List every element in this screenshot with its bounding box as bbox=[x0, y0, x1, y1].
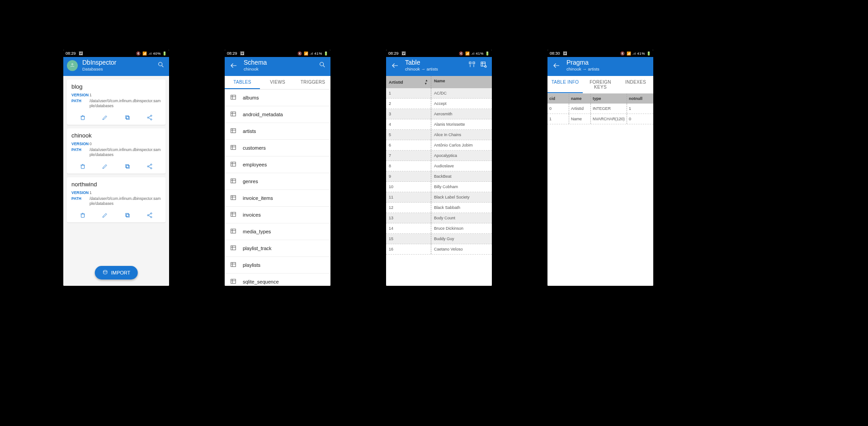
back-icon[interactable] bbox=[390, 60, 401, 71]
table-list-item[interactable]: artists bbox=[225, 123, 330, 140]
table-row[interactable]: 9BackBeat bbox=[386, 171, 492, 182]
status-bar: 08:29 🖼 🔇 📶 .ıl 40% 🔋 bbox=[63, 50, 169, 57]
table-name: employees bbox=[243, 162, 267, 167]
appbar-title: Schema bbox=[244, 59, 318, 66]
edit-icon[interactable] bbox=[100, 113, 109, 122]
screenshot-icon: 🖼 bbox=[240, 51, 244, 56]
table-list-item[interactable]: sqlite_sequence bbox=[225, 274, 330, 286]
cell-name: BackBeat bbox=[431, 171, 492, 181]
database-name: chinook bbox=[71, 132, 161, 139]
tab-foreign-keys[interactable]: FOREIGN KEYS bbox=[583, 76, 618, 93]
search-icon[interactable] bbox=[318, 60, 327, 69]
table-list-item[interactable]: invoice_items bbox=[225, 190, 330, 207]
table-row[interactable]: 14Bruce Dickinson bbox=[386, 223, 492, 234]
table-name: playlist_track bbox=[243, 246, 272, 251]
edit-icon[interactable] bbox=[100, 211, 109, 220]
svg-point-81 bbox=[485, 66, 486, 67]
cell-artistid: 7 bbox=[386, 151, 431, 161]
table-row[interactable]: 7Apocalyptica bbox=[386, 151, 492, 161]
table-list-item[interactable]: customers bbox=[225, 140, 330, 156]
search-icon[interactable] bbox=[156, 60, 165, 69]
filter-icon[interactable] bbox=[467, 60, 476, 69]
table-row[interactable]: 12Black Sabbath bbox=[386, 203, 492, 213]
pragma-icon[interactable] bbox=[479, 60, 488, 69]
column-header[interactable]: notnull bbox=[627, 94, 653, 104]
table-list-item[interactable]: genres bbox=[225, 173, 330, 190]
import-button[interactable]: IMPORT bbox=[95, 266, 138, 279]
copy-icon[interactable] bbox=[123, 162, 132, 171]
table-row[interactable]: 15Buddy Guy bbox=[386, 234, 492, 244]
delete-icon[interactable] bbox=[78, 113, 87, 122]
table-icon bbox=[230, 278, 237, 285]
column-header[interactable]: type bbox=[591, 94, 627, 104]
table-list-item[interactable]: media_types bbox=[225, 223, 330, 240]
svg-point-0 bbox=[72, 64, 73, 65]
table-icon bbox=[230, 94, 237, 101]
back-icon[interactable] bbox=[228, 60, 239, 71]
table-list-item[interactable]: playlist_track bbox=[225, 240, 330, 257]
database-card[interactable]: northwind VERSION1 PATH/data/user/0/com.… bbox=[67, 177, 165, 222]
path-label: PATH bbox=[71, 147, 90, 157]
table-icon bbox=[230, 194, 237, 202]
table-row[interactable]: 4Alanis Morissette bbox=[386, 119, 492, 130]
pragma-tabs: TABLE INFOFOREIGN KEYSINDEXES bbox=[547, 76, 653, 94]
tab-table-info[interactable]: TABLE INFO bbox=[547, 76, 583, 93]
back-icon[interactable] bbox=[551, 60, 562, 71]
svg-rect-40 bbox=[231, 112, 236, 116]
table-row[interactable]: 16Caetano Veloso bbox=[386, 244, 492, 255]
pragma-row[interactable]: 1NameNVARCHAR(120)0 bbox=[547, 114, 653, 124]
cell-artistid: 13 bbox=[386, 213, 431, 223]
share-icon[interactable] bbox=[145, 113, 154, 122]
table-row[interactable]: 5Alice In Chains bbox=[386, 130, 492, 140]
status-icons: 🔇 📶 .ıl 41% 🔋 bbox=[459, 52, 490, 56]
table-row[interactable]: 3Aerosmith bbox=[386, 109, 492, 119]
table-row[interactable]: 8Audioslave bbox=[386, 161, 492, 171]
table-list-item[interactable]: albums bbox=[225, 90, 330, 106]
table-row[interactable]: 10Billy Cobham bbox=[386, 182, 492, 192]
share-icon[interactable] bbox=[145, 162, 154, 171]
table-row[interactable]: 2Accept bbox=[386, 99, 492, 109]
svg-rect-27 bbox=[126, 213, 128, 216]
app-logo-icon bbox=[67, 60, 78, 71]
database-card[interactable]: chinook VERSION0 PATH/data/user/0/com.in… bbox=[67, 128, 165, 174]
column-header[interactable]: name bbox=[569, 94, 591, 104]
screen-body: albumsandroid_metadataartistscustomersem… bbox=[225, 90, 330, 286]
sort-asc-icon[interactable]: ▲▾ bbox=[425, 79, 428, 85]
cell-artistid: 10 bbox=[386, 182, 431, 192]
pragma-row[interactable]: 0ArtistIdINTEGER1 bbox=[547, 104, 653, 114]
table-list-item[interactable]: employees bbox=[225, 156, 330, 173]
cell-name: Alice In Chains bbox=[431, 130, 492, 140]
tab-triggers[interactable]: TRIGGERS bbox=[295, 76, 330, 89]
table-list-item[interactable]: playlists bbox=[225, 257, 330, 274]
svg-rect-49 bbox=[231, 162, 236, 166]
tab-tables[interactable]: TABLES bbox=[225, 76, 260, 89]
database-name: northwind bbox=[71, 181, 161, 188]
table-name: invoices bbox=[243, 212, 261, 218]
share-icon[interactable] bbox=[145, 211, 154, 220]
tab-views[interactable]: VIEWS bbox=[260, 76, 295, 89]
table-row[interactable]: 11Black Label Society bbox=[386, 192, 492, 203]
cell-artistid: 2 bbox=[386, 99, 431, 109]
svg-line-31 bbox=[149, 214, 151, 215]
column-header[interactable]: Name bbox=[431, 76, 492, 88]
table-list-item[interactable]: invoices bbox=[225, 207, 330, 223]
delete-icon[interactable] bbox=[78, 211, 87, 220]
column-header[interactable]: cid bbox=[547, 94, 569, 104]
delete-icon[interactable] bbox=[78, 162, 87, 171]
cell-name: Name bbox=[569, 114, 591, 124]
table-row[interactable]: 1AC/DC bbox=[386, 88, 492, 99]
screenshot-icon: 🖼 bbox=[563, 51, 567, 56]
copy-icon[interactable] bbox=[123, 113, 132, 122]
cell-artistid: 9 bbox=[386, 171, 431, 181]
table-row[interactable]: 6Antônio Carlos Jobim bbox=[386, 140, 492, 151]
edit-icon[interactable] bbox=[100, 162, 109, 171]
tab-indexes[interactable]: INDEXES bbox=[618, 76, 653, 93]
database-card[interactable]: blog VERSION1 PATH/data/user/0/com.infin… bbox=[67, 80, 165, 125]
table-row[interactable]: 13Body Count bbox=[386, 213, 492, 223]
table-list-item[interactable]: android_metadata bbox=[225, 106, 330, 123]
column-header[interactable]: ArtistId bbox=[389, 80, 403, 85]
table-icon bbox=[230, 161, 237, 168]
svg-point-1 bbox=[159, 62, 162, 66]
cell-name: Caetano Veloso bbox=[431, 244, 492, 254]
copy-icon[interactable] bbox=[123, 211, 132, 220]
